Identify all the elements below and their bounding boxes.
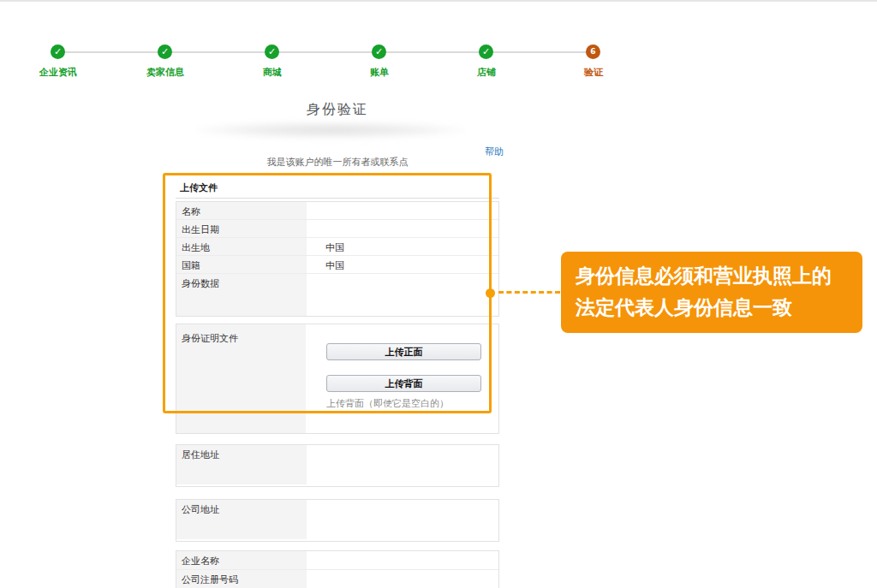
table-row: 企业名称 xyxy=(176,551,498,570)
table-row: 出生地 中国 xyxy=(176,238,498,256)
step-label-marketplace: 商城 xyxy=(234,66,311,79)
identity-verification-page: ✓ ✓ ✓ ✓ ✓ 6 企业资讯 卖家信息 商城 账单 店铺 验证 身份验证 帮… xyxy=(0,0,877,588)
company-address-section: 公司地址 xyxy=(176,499,499,542)
identity-proof-section: 身份证明文件 上传正面 上传背面 上传背面（即使它是空白的） xyxy=(176,324,499,434)
check-icon: ✓ xyxy=(161,46,169,57)
table-row: 居住地址 xyxy=(176,445,498,484)
field-value-company-registration-number xyxy=(307,570,498,588)
identity-summary-table: 名称 出生日期 出生地 中国 国籍 中国 身份数据 xyxy=(176,201,499,317)
identity-match-callout: 身份信息必须和营业执照上的 法定代表人身份信息一致 xyxy=(561,252,862,333)
field-label-company-address: 公司地址 xyxy=(176,500,307,539)
step-1-check-icon[interactable]: ✓ xyxy=(51,45,65,59)
company-info-section: 企业名称 公司注册号码 xyxy=(176,550,499,588)
field-value-birthplace: 中国 xyxy=(307,238,498,255)
step-label-verify: 验证 xyxy=(555,66,632,79)
residential-address-section: 居住地址 xyxy=(176,444,499,487)
field-value-company-name xyxy=(307,551,498,569)
field-value-nationality: 中国 xyxy=(307,256,498,273)
field-label-date-of-birth: 出生日期 xyxy=(176,220,307,237)
field-label-company-name: 企业名称 xyxy=(176,551,307,569)
field-label-birthplace: 出生地 xyxy=(176,238,307,255)
field-label-name: 名称 xyxy=(176,202,307,219)
step-label-billing: 账单 xyxy=(341,66,418,79)
table-row: 公司地址 xyxy=(176,500,498,539)
table-row: 国籍 中国 xyxy=(176,256,498,274)
step-5-check-icon[interactable]: ✓ xyxy=(479,45,493,59)
step-number: 6 xyxy=(590,47,595,56)
callout-dashed-connector xyxy=(498,291,560,294)
table-row: 名称 xyxy=(176,202,498,220)
field-label-nationality: 国籍 xyxy=(176,256,307,273)
field-value-company-address xyxy=(307,500,498,539)
table-row: 身份数据 xyxy=(176,274,498,316)
field-value-identity-data xyxy=(307,274,498,316)
callout-line-1: 身份信息必须和营业执照上的 xyxy=(576,260,862,292)
field-value-date-of-birth xyxy=(307,220,498,237)
step-3-check-icon[interactable]: ✓ xyxy=(265,45,279,59)
upload-files-section-header: 上传文件 xyxy=(176,176,499,199)
upload-back-button[interactable]: 上传背面 xyxy=(326,375,481,392)
field-value-name xyxy=(307,202,498,219)
field-label-company-registration-number: 公司注册号码 xyxy=(176,570,307,588)
field-label-residential-address: 居住地址 xyxy=(176,445,307,484)
field-label-identity-proof: 身份证明文件 xyxy=(176,324,306,433)
field-value-residential-address xyxy=(307,445,498,484)
step-label-business-info: 企业资讯 xyxy=(20,66,97,79)
sole-owner-caption: 我是该账户的唯一所有者或联系点 xyxy=(90,156,585,169)
page-title: 身份验证 xyxy=(176,101,499,119)
check-icon: ✓ xyxy=(482,46,490,57)
step-4-check-icon[interactable]: ✓ xyxy=(372,45,386,59)
stepper-connector-line xyxy=(58,51,594,53)
callout-anchor-dot xyxy=(486,288,495,298)
field-label-identity-data: 身份数据 xyxy=(176,274,307,316)
check-icon: ✓ xyxy=(54,46,62,57)
table-row: 公司注册号码 xyxy=(176,570,498,588)
top-divider xyxy=(0,0,877,2)
step-6-number-badge[interactable]: 6 xyxy=(586,45,600,59)
check-icon: ✓ xyxy=(375,46,383,57)
callout-line-2: 法定代表人身份信息一致 xyxy=(576,292,862,324)
blurred-subtitle xyxy=(195,122,466,139)
upload-front-button[interactable]: 上传正面 xyxy=(326,343,481,360)
upload-back-note: 上传背面（即使它是空白的） xyxy=(326,397,449,410)
step-2-check-icon[interactable]: ✓ xyxy=(158,45,172,59)
step-label-store: 店铺 xyxy=(448,66,525,79)
table-row: 出生日期 xyxy=(176,220,498,238)
step-label-seller-info: 卖家信息 xyxy=(127,66,204,79)
check-icon: ✓ xyxy=(268,46,276,57)
